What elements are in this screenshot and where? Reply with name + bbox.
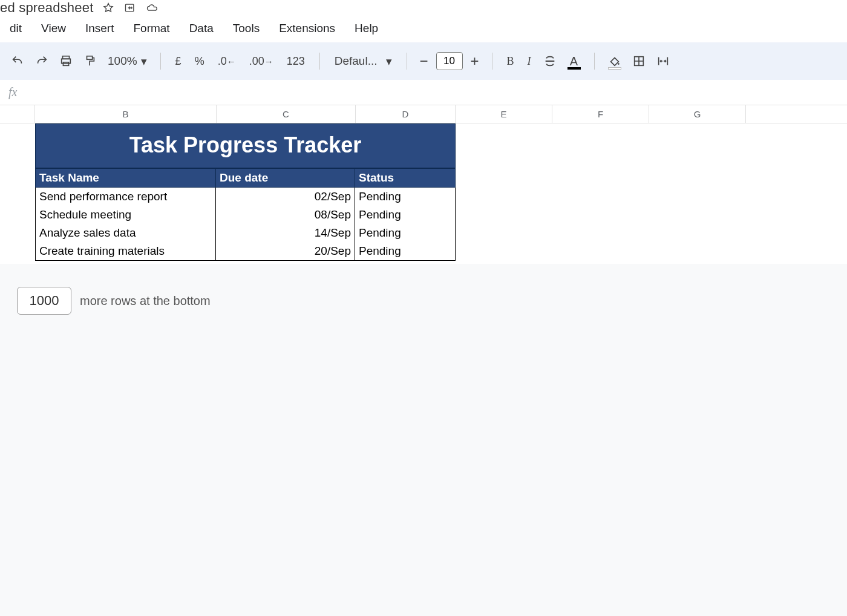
cloud-icon[interactable] xyxy=(145,1,159,15)
font-size-decrease[interactable]: − xyxy=(417,53,431,70)
percent-button[interactable]: % xyxy=(190,51,209,71)
font-select[interactable]: Defaul... ▾ xyxy=(330,54,397,68)
undo-icon[interactable] xyxy=(7,51,28,71)
col-header-g[interactable]: G xyxy=(649,105,746,123)
cell-task[interactable]: Send performance report xyxy=(36,188,216,206)
select-all-corner[interactable] xyxy=(0,105,35,123)
menu-help[interactable]: Help xyxy=(345,18,388,39)
menu-edit[interactable]: dit xyxy=(0,18,31,39)
column-headers: B C D E F G xyxy=(0,105,847,123)
italic-button[interactable]: I xyxy=(523,51,536,71)
menubar: dit View Insert Format Data Tools Extens… xyxy=(0,17,847,40)
zoom-value: 100% xyxy=(108,54,137,68)
caret-down-icon: ▾ xyxy=(141,54,147,68)
toolbar: 100% ▾ £ % .0← .00→ 123 Defaul... ▾ − + … xyxy=(0,42,847,80)
col-task-name[interactable]: Task Name xyxy=(36,169,216,187)
star-icon[interactable] xyxy=(102,1,115,15)
table-row: Create training materials 20/Sep Pending xyxy=(35,242,456,261)
move-icon[interactable] xyxy=(123,1,137,15)
add-rows-input[interactable] xyxy=(17,287,71,315)
col-status[interactable]: Status xyxy=(355,169,455,187)
cell-status[interactable]: Pending xyxy=(355,188,455,206)
table-row: Send performance report 02/Sep Pending xyxy=(35,188,456,206)
text-color-button[interactable]: A xyxy=(564,51,584,71)
col-due-date[interactable]: Due date xyxy=(216,169,355,187)
fx-icon: fx xyxy=(8,85,17,99)
separator xyxy=(319,53,320,70)
cell-task[interactable]: Schedule meeting xyxy=(36,206,216,224)
cell-status[interactable]: Pending xyxy=(355,206,455,224)
table-row: Analyze sales data 14/Sep Pending xyxy=(35,224,456,242)
tracker-table: Task Progress Tracker Task Name Due date… xyxy=(35,123,456,261)
cell-task[interactable]: Analyze sales data xyxy=(36,224,216,242)
add-rows-label: more rows at the bottom xyxy=(80,294,211,308)
add-rows: more rows at the bottom xyxy=(17,287,211,315)
caret-down-icon: ▾ xyxy=(386,54,392,68)
separator xyxy=(407,53,407,70)
col-header-e[interactable]: E xyxy=(456,105,552,123)
separator xyxy=(160,53,161,70)
font-size-input[interactable] xyxy=(436,52,463,70)
cell-due[interactable]: 20/Sep xyxy=(216,242,355,260)
col-header-d[interactable]: D xyxy=(356,105,456,123)
menu-view[interactable]: View xyxy=(31,18,76,39)
cell-status[interactable]: Pending xyxy=(355,242,455,260)
bold-button[interactable]: B xyxy=(502,51,519,71)
tracker-header-row: Task Name Due date Status xyxy=(35,169,456,188)
menu-insert[interactable]: Insert xyxy=(76,18,124,39)
svg-rect-3 xyxy=(63,62,68,66)
menu-tools[interactable]: Tools xyxy=(223,18,269,39)
menu-extensions[interactable]: Extensions xyxy=(269,18,345,39)
cell-status[interactable]: Pending xyxy=(355,224,455,242)
decrease-decimal-button[interactable]: .0← xyxy=(213,51,241,71)
currency-button[interactable]: £ xyxy=(171,51,186,71)
font-size-increase[interactable]: + xyxy=(468,53,482,70)
col-header-c[interactable]: C xyxy=(217,105,356,123)
number-format-button[interactable]: 123 xyxy=(282,51,310,71)
empty-area xyxy=(0,264,847,616)
tracker-title[interactable]: Task Progress Tracker xyxy=(35,123,456,169)
doc-title[interactable]: ed spreadsheet xyxy=(0,0,93,16)
menu-data[interactable]: Data xyxy=(180,18,223,39)
formula-bar[interactable]: fx xyxy=(0,80,847,105)
separator xyxy=(492,53,492,70)
fill-color-button[interactable] xyxy=(604,51,625,71)
font-name: Defaul... xyxy=(335,54,378,68)
svg-point-5 xyxy=(618,63,620,65)
increase-decimal-button[interactable]: .00→ xyxy=(244,51,278,71)
redo-icon[interactable] xyxy=(31,51,52,71)
col-header-f[interactable]: F xyxy=(552,105,649,123)
cell-task[interactable]: Create training materials xyxy=(36,242,216,260)
cell-due[interactable]: 08/Sep xyxy=(216,206,355,224)
separator xyxy=(594,53,595,70)
zoom-select[interactable]: 100% ▾ xyxy=(104,54,151,68)
strikethrough-button[interactable] xyxy=(540,51,560,71)
cell-due[interactable]: 14/Sep xyxy=(216,224,355,242)
col-header-b[interactable]: B xyxy=(35,105,217,123)
print-icon[interactable] xyxy=(56,51,76,71)
merge-cells-button[interactable] xyxy=(653,51,673,71)
borders-button[interactable] xyxy=(629,51,649,71)
svg-rect-4 xyxy=(87,56,93,60)
menu-format[interactable]: Format xyxy=(123,18,179,39)
paint-format-icon[interactable] xyxy=(80,51,100,71)
table-row: Schedule meeting 08/Sep Pending xyxy=(35,206,456,224)
cell-due[interactable]: 02/Sep xyxy=(216,188,355,206)
